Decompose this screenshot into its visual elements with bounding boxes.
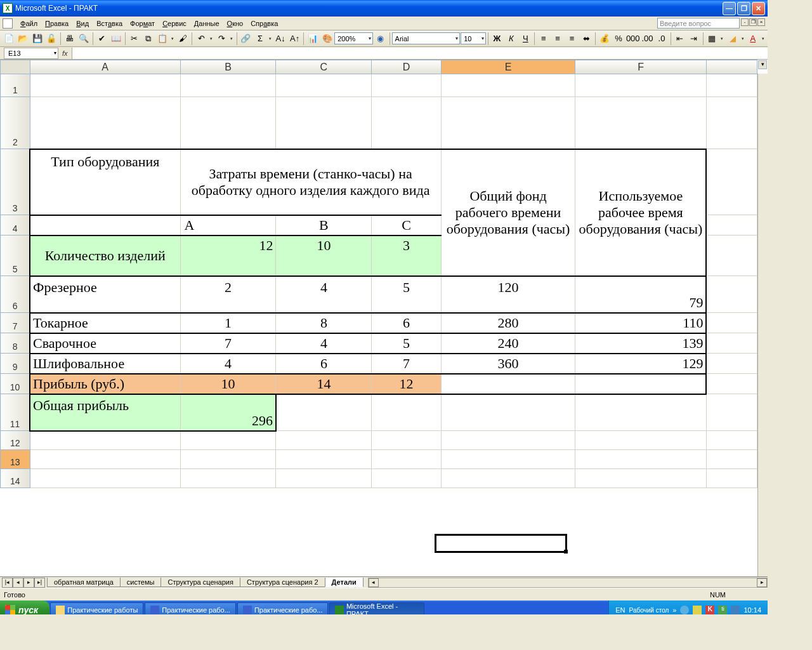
row-header[interactable]: 6	[1, 276, 30, 313]
decrease-indent-icon[interactable]: ⇤	[673, 32, 686, 46]
open-icon[interactable]: 📂	[16, 32, 29, 46]
sort-asc-icon[interactable]: A↓	[273, 32, 287, 46]
cell[interactable]	[372, 394, 441, 431]
font-color-dropdown[interactable]: ▾	[760, 36, 766, 41]
print-icon[interactable]: 🖶	[63, 32, 76, 46]
row-header[interactable]: 11	[1, 394, 30, 431]
cell[interactable]: Шлифовальное	[30, 354, 180, 374]
font-size-combo[interactable]: 10	[461, 32, 485, 44]
horizontal-scrollbar[interactable]: ◂▸	[368, 578, 768, 588]
align-left-icon[interactable]: ≡	[537, 32, 550, 46]
cell[interactable]: С	[372, 215, 441, 235]
cell[interactable]: 6	[372, 313, 441, 333]
menu-window[interactable]: Окно	[223, 18, 247, 29]
minimize-button[interactable]: —	[723, 2, 736, 15]
cell[interactable]: 4	[180, 354, 276, 374]
tab-nav-prev-icon[interactable]: ◂	[13, 578, 23, 588]
tab-nav-next-icon[interactable]: ▸	[23, 578, 34, 588]
cell[interactable]: 10	[276, 235, 372, 276]
taskbar-item[interactable]: Практические рабо...	[237, 602, 329, 614]
menu-edit[interactable]: Правка	[41, 18, 72, 29]
permission-icon[interactable]: 🔓	[44, 32, 58, 46]
active-cell-e13[interactable]	[441, 450, 575, 469]
cell[interactable]: Тип оборудования	[30, 149, 180, 215]
cell[interactable]: 12	[180, 235, 276, 276]
cell[interactable]: 129	[575, 354, 707, 374]
cell[interactable]: Общий фонд рабочего времени оборудования…	[441, 149, 575, 276]
print-preview-icon[interactable]: 🔍	[77, 32, 90, 46]
col-header-d[interactable]: D	[372, 60, 441, 74]
cell[interactable]: Количество изделий	[30, 235, 180, 276]
cell[interactable]: 5	[372, 333, 441, 354]
cell[interactable]: Сварочное	[30, 333, 180, 354]
doc-restore-button[interactable]: ❐	[749, 18, 757, 26]
undo-icon[interactable]: ↶	[194, 32, 207, 46]
cell[interactable]: 4	[276, 276, 372, 313]
sheet-tab[interactable]: обратная матрица	[47, 578, 121, 587]
document-icon[interactable]	[3, 18, 13, 29]
name-box[interactable]: E13	[4, 48, 58, 59]
row-header[interactable]: 4	[1, 215, 30, 235]
tab-nav-last-icon[interactable]: ▸|	[34, 578, 45, 588]
cell[interactable]: Затраты времени (станко-часы) на обработ…	[180, 149, 441, 215]
col-header-e[interactable]: E	[441, 60, 575, 74]
col-header-c[interactable]: C	[276, 60, 372, 74]
chart-wizard-icon[interactable]: 📊	[306, 32, 319, 46]
show-desktop[interactable]: Рабочий стол	[629, 607, 669, 614]
borders-dropdown[interactable]: ▾	[719, 36, 725, 41]
tray-icon[interactable]	[731, 606, 740, 614]
row-header[interactable]: 12	[1, 431, 30, 450]
menu-file[interactable]: Файл	[16, 18, 41, 29]
save-icon[interactable]: 💾	[30, 32, 44, 46]
row-header[interactable]: 10	[1, 374, 30, 394]
cell[interactable]	[575, 394, 707, 431]
hyperlink-icon[interactable]: 🔗	[239, 32, 252, 46]
cell[interactable]: 10	[180, 374, 276, 394]
menu-format[interactable]: Формат	[126, 18, 159, 29]
cell[interactable]: 8	[276, 313, 372, 333]
col-header-a[interactable]: A	[30, 60, 180, 74]
row-header[interactable]: 9	[1, 354, 30, 374]
autosum-dropdown[interactable]: ▾	[268, 36, 273, 41]
cell[interactable]: 4	[276, 333, 372, 354]
row-header[interactable]: 3	[1, 149, 30, 215]
cell[interactable]: 139	[575, 333, 707, 354]
cell[interactable]: 7	[372, 354, 441, 374]
cell[interactable]: 1	[180, 313, 276, 333]
copy-icon[interactable]: ⧉	[141, 32, 155, 46]
col-header-f[interactable]: F	[575, 60, 707, 74]
decrease-decimal-icon[interactable]: .0	[655, 32, 668, 46]
tab-nav-first-icon[interactable]: |◂	[2, 578, 13, 588]
format-painter-icon[interactable]: 🖌	[176, 32, 190, 46]
fill-color-icon[interactable]: ◢	[726, 32, 739, 46]
paste-icon[interactable]: 📋	[156, 32, 169, 46]
menu-data[interactable]: Данные	[190, 18, 223, 29]
cell[interactable]	[441, 374, 575, 394]
cell[interactable]: 296	[180, 394, 276, 431]
tray-icon[interactable]	[693, 606, 702, 614]
increase-indent-icon[interactable]: ⇥	[687, 32, 700, 46]
cell[interactable]: 14	[276, 374, 372, 394]
cell[interactable]: Токарное	[30, 313, 180, 333]
cell[interactable]: 6	[276, 354, 372, 374]
research-icon[interactable]: 📖	[109, 32, 122, 46]
row-header[interactable]: 14	[1, 469, 30, 488]
align-center-icon[interactable]: ≡	[551, 32, 564, 46]
zoom-combo[interactable]: 200%	[334, 32, 373, 44]
cell[interactable]: 110	[575, 313, 707, 333]
vertical-scrollbar[interactable]	[757, 74, 768, 576]
clock[interactable]: 10:14	[743, 606, 761, 614]
help-icon[interactable]: ◉	[374, 32, 387, 46]
cell[interactable]: А	[180, 215, 276, 235]
cell[interactable]: 12	[372, 374, 441, 394]
menu-help[interactable]: Справка	[247, 18, 282, 29]
paste-dropdown[interactable]: ▾	[170, 36, 176, 41]
row-header[interactable]: 1	[1, 74, 30, 97]
cell[interactable]	[441, 394, 575, 431]
language-indicator[interactable]: EN	[615, 606, 625, 614]
sheet-tab-active[interactable]: Детали	[325, 578, 363, 587]
undo-dropdown[interactable]: ▾	[209, 36, 214, 41]
menu-view[interactable]: Вид	[72, 18, 93, 29]
start-button[interactable]: пуск	[0, 600, 49, 614]
cell[interactable]: 280	[441, 313, 575, 333]
